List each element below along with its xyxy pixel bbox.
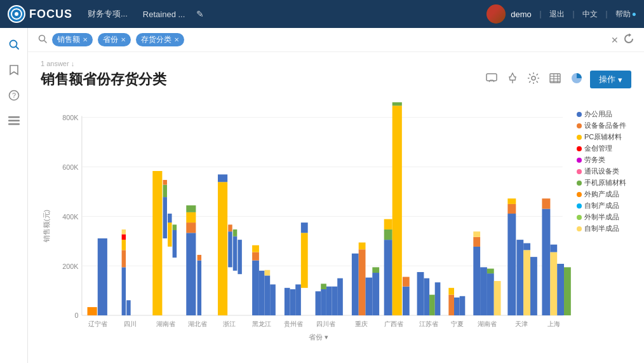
toolbar-settings-icon[interactable] — [525, 70, 542, 89]
svg-rect-111 — [523, 250, 530, 315]
svg-rect-100 — [473, 247, 480, 315]
svg-rect-64 — [259, 271, 265, 315]
svg-rect-113 — [530, 257, 537, 315]
svg-rect-70 — [295, 284, 301, 315]
sidebar-list-icon[interactable] — [3, 109, 25, 132]
svg-rect-47 — [173, 224, 177, 230]
bar-group-jiangsu — [417, 272, 441, 315]
avatar-image — [486, 4, 506, 24]
svg-text:重庆: 重庆 — [355, 320, 368, 327]
nav-item-finance[interactable]: 财务专项... — [83, 6, 133, 22]
svg-rect-59 — [233, 229, 237, 236]
svg-text:0: 0 — [74, 312, 78, 319]
bar-group-tianjin — [507, 198, 537, 315]
svg-rect-108 — [507, 204, 516, 214]
svg-rect-65 — [265, 275, 271, 315]
page-title: 销售额省份存货分类 — [41, 70, 166, 89]
tag-province-close[interactable]: ✕ — [121, 36, 126, 43]
edit-icon[interactable]: ✎ — [196, 9, 204, 19]
tag-inventory-close[interactable]: ✕ — [174, 36, 179, 43]
svg-rect-60 — [238, 240, 241, 274]
svg-rect-92 — [417, 272, 424, 315]
svg-text:黑龙江: 黑龙江 — [252, 320, 271, 327]
svg-rect-99 — [460, 296, 466, 315]
svg-rect-119 — [564, 267, 571, 315]
svg-point-1 — [15, 12, 18, 16]
svg-rect-51 — [186, 205, 196, 212]
svg-rect-46 — [173, 230, 177, 257]
svg-rect-93 — [424, 278, 429, 315]
toolbar-table-icon[interactable] — [547, 71, 563, 88]
svg-rect-115 — [542, 198, 550, 209]
search-clear-button[interactable]: ✕ — [611, 35, 619, 45]
top-navigation: FOCUS 财务专项... Retained ... ✎ demo ｜ 退出 ｜… — [0, 0, 644, 28]
svg-rect-40 — [152, 171, 162, 315]
tag-sales-close[interactable]: ✕ — [83, 36, 88, 43]
legend-item-telecom: 通讯设备类 — [577, 167, 626, 176]
svg-rect-105 — [487, 269, 494, 274]
toolbar-pie-icon[interactable] — [568, 70, 585, 89]
svg-text:上海: 上海 — [547, 320, 560, 327]
svg-rect-56 — [228, 231, 232, 267]
svg-point-13 — [532, 76, 535, 80]
avatar[interactable] — [486, 4, 506, 24]
svg-rect-114 — [542, 209, 550, 315]
bar-chart: 销售额(元) 0 200K 400K 600K — [41, 97, 631, 355]
svg-rect-90 — [403, 287, 410, 315]
svg-rect-79 — [352, 254, 359, 315]
tag-sales: 销售额 ✕ — [52, 33, 93, 46]
svg-rect-110 — [516, 240, 523, 315]
language-button[interactable]: 中文 — [582, 9, 598, 20]
svg-rect-83 — [372, 273, 379, 315]
search-refresh-button[interactable] — [624, 34, 634, 46]
svg-line-10 — [44, 41, 46, 43]
svg-text:200K: 200K — [62, 263, 79, 270]
help-button[interactable]: 帮助● — [615, 9, 636, 20]
toolbar-pin-icon[interactable] — [505, 70, 520, 89]
svg-rect-57 — [228, 224, 232, 231]
bar-group-heilongjiang — [252, 245, 276, 315]
svg-rect-82 — [366, 278, 373, 315]
svg-text:四川: 四川 — [124, 320, 137, 327]
svg-rect-91 — [403, 277, 410, 287]
svg-point-9 — [39, 36, 45, 41]
svg-rect-98 — [454, 298, 460, 315]
svg-rect-58 — [233, 236, 237, 271]
svg-text:省份 ▾: 省份 ▾ — [309, 333, 328, 341]
sidebar: ? — [0, 28, 28, 363]
svg-rect-118 — [557, 264, 564, 315]
operate-button[interactable]: 操作 ▾ — [590, 71, 631, 88]
main-layout: ? 销售额 ✕ 省份 — [0, 28, 644, 363]
svg-rect-94 — [429, 295, 435, 315]
svg-rect-87 — [384, 219, 392, 229]
legend-item-purchased-semi: 外制半成品 — [577, 212, 626, 222]
svg-text:辽宁省: 辽宁省 — [88, 320, 107, 327]
sidebar-question-icon[interactable]: ? — [3, 84, 25, 107]
legend-item-office: 办公用品 — [577, 109, 626, 119]
nav-item-retained[interactable]: Retained ... — [138, 7, 191, 22]
svg-rect-34 — [122, 267, 126, 315]
sidebar-bookmark-icon[interactable] — [3, 58, 25, 81]
sidebar-search-icon[interactable] — [3, 33, 25, 56]
svg-text:江苏省: 江苏省 — [419, 320, 438, 327]
bar-group-hunan2 — [473, 231, 500, 315]
svg-text:800K: 800K — [62, 114, 79, 121]
svg-rect-78 — [337, 278, 343, 315]
legend-item-self-finished: 自制产成品 — [577, 201, 626, 210]
svg-rect-69 — [290, 289, 296, 315]
svg-rect-55 — [218, 174, 227, 182]
svg-rect-71 — [301, 233, 308, 288]
svg-rect-44 — [168, 223, 171, 247]
svg-rect-7 — [8, 120, 20, 122]
svg-rect-109 — [507, 198, 516, 204]
bar-group-ningxia — [448, 288, 465, 315]
svg-text:宁夏: 宁夏 — [451, 320, 464, 327]
bar-group-hubei — [186, 205, 201, 315]
logout-button[interactable]: 退出 — [549, 9, 565, 20]
svg-rect-53 — [198, 255, 201, 261]
chart-container: 销售额(元) 0 200K 400K 600K — [41, 97, 631, 355]
svg-rect-85 — [384, 240, 392, 315]
toolbar-chat-icon[interactable] — [483, 71, 500, 88]
search-icon — [38, 34, 47, 45]
svg-rect-103 — [480, 267, 487, 315]
